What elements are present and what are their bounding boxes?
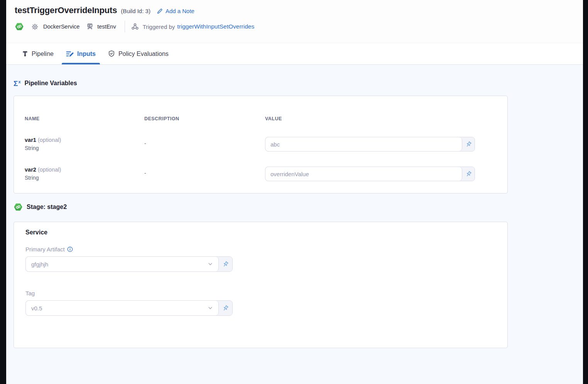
tag-select[interactable]: v0.5 <box>26 301 219 315</box>
variable-description: - <box>144 137 265 147</box>
variables-table-header: NAME DESCRIPTION VALUE <box>25 116 497 121</box>
harness-cd-module-icon <box>15 22 24 31</box>
add-note-label: Add a Note <box>166 8 194 14</box>
trigger-link[interactable]: triggerWithInputSetOverrides <box>177 23 254 30</box>
environment-icon <box>86 23 94 30</box>
variable-name: var1 <box>25 137 36 143</box>
pipeline-icon <box>22 51 28 57</box>
tag-group: v0.5 <box>25 300 233 316</box>
inputs-tab-content: Σx Pipeline Variables NAME DESCRIPTION V… <box>6 65 583 348</box>
variable-value-input[interactable] <box>265 137 462 151</box>
variable-type: String <box>25 145 144 151</box>
tab-bar: Pipeline Inputs <box>6 43 583 65</box>
variable-value-group <box>265 137 475 152</box>
execution-header: testTriggerOverrideInputs (Build Id: 3) … <box>6 0 583 43</box>
variable-row: var2 (optional) String - <box>25 167 497 181</box>
service-card: Service Primary Artifact gfgjhjh <box>14 222 508 348</box>
pin-icon <box>222 305 229 312</box>
variable-name-cell: var2 (optional) String <box>25 167 144 181</box>
variable-type: String <box>25 175 144 181</box>
pin-button[interactable] <box>219 301 232 315</box>
tab-inputs[interactable]: Inputs <box>62 43 100 64</box>
variable-value-group <box>265 167 475 181</box>
tab-policy-evaluations[interactable]: Policy Evaluations <box>104 43 173 64</box>
chevron-down-icon <box>208 261 213 267</box>
inputs-edit-icon <box>66 51 74 57</box>
build-id-label: (Build Id: 3) <box>121 8 150 14</box>
pin-icon <box>222 261 229 268</box>
column-header-description: DESCRIPTION <box>144 116 265 121</box>
variable-description: - <box>144 167 265 176</box>
tab-label: Pipeline <box>32 51 54 57</box>
environment-name: testEnv <box>97 24 116 30</box>
sigma-x-icon: Σx <box>14 80 21 87</box>
column-header-value: VALUE <box>265 116 497 121</box>
pin-button[interactable] <box>462 167 475 181</box>
pin-button[interactable] <box>462 137 475 151</box>
pencil-icon <box>157 8 163 14</box>
variable-value-input[interactable] <box>265 167 462 181</box>
primary-artifact-label-row: Primary Artifact <box>25 246 496 253</box>
webhook-trigger-icon <box>131 23 139 30</box>
title-row: testTriggerOverrideInputs (Build Id: 3) … <box>15 5 574 15</box>
service-section-title: Service <box>25 229 496 236</box>
triggered-by-label: Triggered by <box>143 24 175 30</box>
primary-artifact-value: gfgjhjh <box>31 261 48 268</box>
column-header-name: NAME <box>25 116 144 121</box>
pin-button[interactable] <box>219 257 232 271</box>
variable-row: var1 (optional) String - <box>25 137 497 152</box>
tab-pipeline[interactable]: Pipeline <box>18 43 58 64</box>
harness-cd-stage-icon <box>14 202 23 212</box>
divider <box>125 21 125 32</box>
tab-label: Policy Evaluations <box>118 51 169 57</box>
stage-title: Stage: stage2 <box>27 204 67 211</box>
variable-name-cell: var1 (optional) String <box>25 137 144 151</box>
shield-check-icon <box>108 50 115 57</box>
primary-artifact-label: Primary Artifact <box>25 246 65 253</box>
add-note-button[interactable]: Add a Note <box>157 8 194 14</box>
tag-value: v0.5 <box>31 305 42 312</box>
variable-name: var2 <box>25 167 36 173</box>
primary-artifact-group: gfgjhjh <box>25 256 233 272</box>
pipeline-variables-heading: Σx Pipeline Variables <box>14 79 576 88</box>
optional-label: (optional) <box>38 167 61 173</box>
info-icon[interactable] <box>67 246 73 252</box>
service-name: DockerService <box>43 24 79 30</box>
pin-icon <box>465 141 472 148</box>
meta-row: DockerService testEnv <box>15 21 574 32</box>
page-title: testTriggerOverrideInputs <box>15 5 117 15</box>
optional-label: (optional) <box>38 137 61 143</box>
tag-label-row: Tag <box>25 290 496 296</box>
pin-icon <box>465 171 472 177</box>
primary-artifact-select[interactable]: gfgjhjh <box>26 257 219 271</box>
stage-heading: Stage: stage2 <box>14 202 576 212</box>
chevron-down-icon <box>208 305 213 311</box>
section-title: Pipeline Variables <box>25 80 77 87</box>
tag-label: Tag <box>25 290 35 296</box>
gear-icon <box>31 23 39 31</box>
tab-label: Inputs <box>77 51 96 57</box>
app-window: testTriggerOverrideInputs (Build Id: 3) … <box>6 0 583 384</box>
pipeline-variables-card: NAME DESCRIPTION VALUE var1 (optional) S… <box>14 96 508 194</box>
